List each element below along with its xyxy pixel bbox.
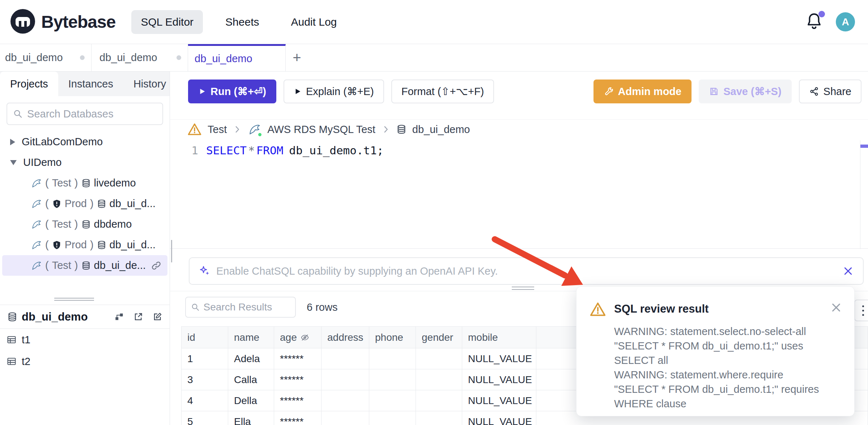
warning-line: WHERE clause: [614, 396, 843, 411]
caret-down-icon: [10, 160, 17, 165]
add-tab-button[interactable]: +: [286, 44, 308, 71]
chatsql-input[interactable]: [216, 265, 837, 277]
save-button-disabled[interactable]: Save (⌘+S): [699, 80, 791, 103]
editor-toolbar: Run (⌘+⏎) Explain (⌘+E) Format (⇧+⌥+F) A…: [188, 80, 861, 103]
database-db-ui-d-prod-1[interactable]: ( Prod ) db_ui_d...: [2, 193, 167, 214]
cell: 3: [182, 369, 228, 390]
tab-instances[interactable]: Instances: [58, 72, 123, 96]
database-label: dbdemo: [94, 218, 132, 230]
external-link-icon[interactable]: [133, 312, 143, 322]
mysql-dolphin-icon: [31, 260, 42, 271]
paren: (: [45, 259, 49, 271]
column-header-phone[interactable]: phone: [369, 327, 416, 348]
results-resize-handle[interactable]: [512, 287, 534, 292]
table-item-t1[interactable]: t1: [0, 329, 170, 351]
top-header: Bytebase SQL Editor Sheets Audit Log A: [0, 0, 868, 44]
mysql-dolphin-icon: [31, 198, 42, 209]
share-icon: [809, 86, 819, 96]
table-item-t2[interactable]: t2: [0, 351, 170, 372]
database-label: db_ui_de...: [94, 259, 146, 271]
tab-projects[interactable]: Projects: [0, 72, 58, 96]
play-icon: [198, 87, 206, 95]
editor-scrollbar[interactable]: [860, 140, 868, 249]
cell-null: NULL_VALUE: [462, 411, 536, 425]
cell-masked: ******: [274, 390, 322, 411]
database-label: db_ui_d...: [110, 198, 156, 210]
run-button[interactable]: Run (⌘+⏎): [188, 80, 276, 103]
share-button[interactable]: Share: [799, 80, 861, 103]
nav-sheets[interactable]: Sheets: [216, 10, 268, 34]
explain-button[interactable]: Explain (⌘+E): [284, 80, 384, 103]
results-more-menu[interactable]: [854, 300, 868, 321]
sidebar-horizontal-resize-handle[interactable]: [54, 298, 94, 302]
avatar[interactable]: A: [836, 12, 855, 31]
popup-title: SQL review result: [614, 302, 709, 315]
sidebar-vertical-resize-handle[interactable]: [171, 240, 172, 262]
search-results-input[interactable]: [203, 301, 290, 313]
warning-line: "SELECT * FROM db_ui_demo.t1;" requires: [614, 382, 843, 396]
cell: [416, 390, 462, 411]
editor-main: Run (⌘+⏎) Explain (⌘+E) Format (⇧+⌥+F) A…: [170, 72, 868, 425]
database-livedemo[interactable]: ( Test ) livedemo: [2, 173, 167, 193]
database-icon: [7, 312, 17, 322]
code-line-1[interactable]: 1 SELECT * FROM db_ui_demo.t1;: [170, 141, 860, 157]
sheet-tab-3-active[interactable]: db_ui_demo: [188, 44, 286, 71]
top-nav: SQL Editor Sheets Audit Log: [131, 10, 346, 34]
connection-breadcrumb: Test AWS RDS MySQL Test db_ui_demo: [187, 121, 470, 138]
sql-star: *: [247, 144, 256, 157]
column-header-address[interactable]: address: [322, 327, 369, 348]
cell: 5: [182, 411, 228, 425]
column-header-mobile[interactable]: mobile: [462, 327, 536, 348]
project-gitlabcomdemo[interactable]: GitLabComDemo: [2, 132, 167, 152]
bytebase-app: Bytebase SQL Editor Sheets Audit Log A d…: [0, 0, 868, 425]
sheet-tab-1[interactable]: db_ui_demo: [0, 44, 92, 71]
breadcrumb-database[interactable]: db_ui_demo: [412, 124, 470, 136]
sheet-tab-2[interactable]: db_ui_demo: [92, 44, 188, 71]
cell-null: NULL_VALUE: [462, 390, 536, 411]
search-databases-input[interactable]: [27, 108, 157, 120]
paren: (: [45, 218, 49, 230]
nav-sql-editor[interactable]: SQL Editor: [131, 10, 203, 34]
project-uidemo[interactable]: UIDemo: [2, 152, 167, 173]
chevron-right-icon: [233, 125, 242, 134]
popup-header: SQL review result: [576, 287, 854, 318]
cell: [416, 369, 462, 390]
database-panel-header: db_ui_demo: [0, 305, 170, 329]
column-header-name[interactable]: name: [228, 327, 274, 348]
popup-close-icon[interactable]: [830, 302, 842, 313]
connected-link-icon[interactable]: [151, 260, 162, 271]
project-label: GitLabComDemo: [22, 136, 103, 148]
tab-history[interactable]: History: [123, 72, 176, 96]
bytebase-logo[interactable]: Bytebase: [9, 8, 115, 36]
admin-mode-button[interactable]: Admin mode: [593, 80, 692, 103]
cell: Ella: [228, 411, 274, 425]
breadcrumb-instance[interactable]: AWS RDS MySQL Test: [267, 124, 375, 136]
cell: [322, 348, 369, 369]
database-db-ui-d-prod-2[interactable]: ( Prod ) db_ui_d...: [2, 235, 167, 255]
schema-diagram-icon[interactable]: [114, 312, 124, 322]
column-header-id[interactable]: id: [182, 327, 228, 348]
edit-sheet-icon[interactable]: [153, 312, 162, 322]
notifications-button[interactable]: [805, 12, 824, 32]
column-header-gender[interactable]: gender: [416, 327, 462, 348]
breadcrumb-environment[interactable]: Test: [208, 124, 227, 136]
cell-masked: ******: [274, 411, 322, 425]
database-db-ui-de-selected[interactable]: ( Test ) db_ui_de...: [2, 255, 167, 276]
mysql-dolphin-icon: [31, 178, 42, 189]
database-icon: [97, 199, 106, 209]
warning-line: "SELECT * FROM db_ui_demo.t1;" uses: [614, 339, 843, 353]
nav-audit-log[interactable]: Audit Log: [281, 10, 346, 34]
table-icon: [7, 335, 17, 345]
current-database-panel: db_ui_demo: [0, 305, 170, 425]
instance-status: [248, 123, 261, 136]
cell: [369, 348, 416, 369]
column-header-age[interactable]: age: [274, 327, 322, 348]
sql-editor[interactable]: 1 SELECT * FROM db_ui_demo.t1;: [170, 141, 860, 248]
cell: Calla: [228, 369, 274, 390]
banner-close-icon[interactable]: [843, 266, 854, 276]
results-search: [185, 297, 296, 318]
table-label: t2: [22, 356, 30, 368]
database-dbdemo[interactable]: ( Test ) dbdemo: [2, 214, 167, 235]
cell: 4: [182, 390, 228, 411]
format-button[interactable]: Format (⇧+⌥+F): [391, 80, 494, 103]
